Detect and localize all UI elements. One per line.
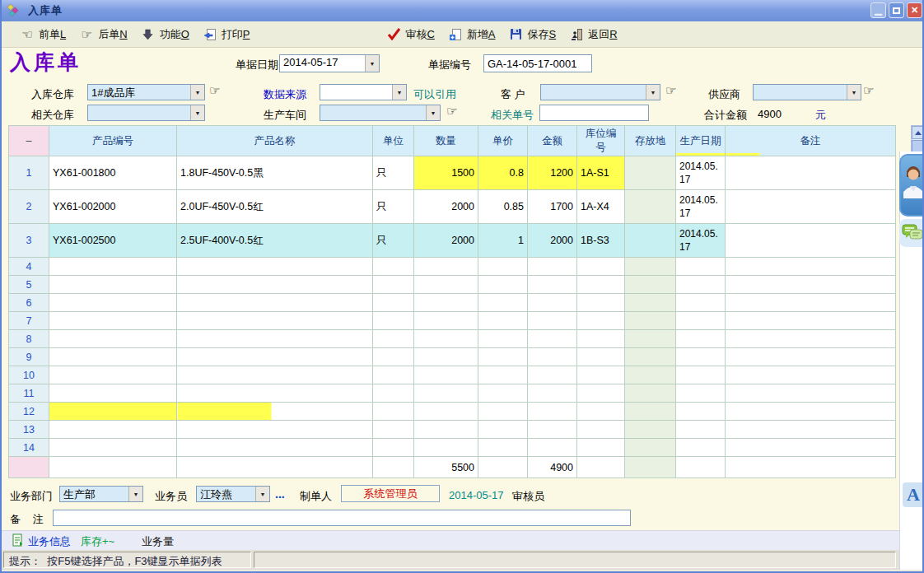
chevron-down-icon[interactable] bbox=[646, 85, 660, 100]
cell-location[interactable] bbox=[577, 421, 625, 439]
cell-amount[interactable]: 2000 bbox=[528, 224, 577, 258]
cell-qty[interactable] bbox=[414, 294, 478, 312]
cell-location[interactable] bbox=[577, 258, 625, 276]
cell-proddate[interactable] bbox=[676, 439, 726, 457]
cell-proddate[interactable]: 2014.05.17 bbox=[676, 224, 726, 258]
cell-storage[interactable] bbox=[625, 366, 676, 384]
cell-name[interactable] bbox=[177, 366, 373, 384]
cell-code[interactable] bbox=[49, 366, 177, 384]
cell-price[interactable] bbox=[478, 294, 528, 312]
cell-price[interactable] bbox=[478, 330, 528, 348]
cell-remark[interactable] bbox=[726, 190, 896, 224]
cell-qty[interactable] bbox=[414, 403, 478, 421]
tab-stock[interactable]: 库存+~ bbox=[81, 534, 114, 549]
cell-unit[interactable] bbox=[373, 403, 414, 421]
cell-remark[interactable] bbox=[726, 156, 896, 190]
cell-unit[interactable] bbox=[373, 276, 414, 294]
cell-price[interactable] bbox=[478, 421, 528, 439]
cell-code[interactable] bbox=[49, 276, 177, 294]
cell-remark[interactable] bbox=[726, 439, 896, 457]
toolbar-button-functions[interactable]: 功能O bbox=[141, 27, 189, 42]
cell-rownum[interactable]: 14 bbox=[9, 439, 49, 457]
cell-code[interactable]: YX61-002000 bbox=[49, 190, 177, 224]
cell-rownum[interactable]: 1 bbox=[9, 156, 49, 190]
cell-name[interactable]: 2.5UF-400V-0.5红 bbox=[177, 224, 373, 258]
cell-storage[interactable] bbox=[625, 294, 676, 312]
cell-proddate[interactable]: 2014.05.17 bbox=[676, 156, 726, 190]
cell-proddate[interactable] bbox=[676, 366, 726, 384]
cell-code[interactable] bbox=[49, 258, 177, 276]
toolbar-button-new[interactable]: 新增A bbox=[448, 27, 496, 42]
chat-button[interactable] bbox=[899, 219, 924, 247]
cell-code[interactable] bbox=[49, 294, 177, 312]
cell-proddate[interactable]: 2014.05.17 bbox=[676, 190, 726, 224]
cell-qty[interactable] bbox=[414, 330, 478, 348]
cell-rownum[interactable]: 3 bbox=[9, 224, 49, 258]
cell-unit[interactable]: 只 bbox=[373, 224, 414, 258]
cell-amount[interactable] bbox=[528, 384, 577, 403]
tab-business-info[interactable]: 业务信息 bbox=[28, 534, 71, 549]
cell-unit[interactable] bbox=[373, 439, 414, 457]
cell-location[interactable] bbox=[577, 276, 625, 294]
cell-remark[interactable] bbox=[726, 421, 896, 439]
cell-price[interactable] bbox=[478, 348, 528, 366]
chevron-down-icon[interactable] bbox=[847, 85, 861, 100]
input-method-button[interactable]: A bbox=[903, 482, 924, 507]
maximize-button[interactable] bbox=[889, 2, 904, 18]
cell-price[interactable]: 0.85 bbox=[478, 190, 528, 224]
cell-qty[interactable] bbox=[414, 384, 478, 403]
chevron-down-icon[interactable] bbox=[190, 105, 204, 120]
cell-price[interactable]: 1 bbox=[478, 224, 528, 258]
cell-amount[interactable]: 1200 bbox=[528, 156, 577, 190]
cell-location[interactable] bbox=[577, 294, 625, 312]
cell-unit[interactable] bbox=[373, 330, 414, 348]
cell-rownum[interactable]: 12 bbox=[9, 403, 49, 421]
doc-no-input[interactable] bbox=[483, 54, 592, 72]
cell-unit[interactable] bbox=[373, 312, 414, 330]
cell-location[interactable] bbox=[577, 403, 625, 421]
cell-name[interactable] bbox=[177, 330, 373, 348]
warehouse-in-select[interactable]: 1#成品库 bbox=[87, 84, 205, 100]
close-button[interactable]: ✕ bbox=[907, 2, 922, 18]
chevron-down-icon[interactable] bbox=[392, 85, 406, 100]
cell-amount[interactable] bbox=[528, 258, 577, 276]
cell-name[interactable] bbox=[177, 403, 373, 421]
doc-date-select[interactable]: 2014-05-17 bbox=[279, 54, 380, 72]
clerk-more-button[interactable]: ... bbox=[275, 487, 285, 501]
cell-storage[interactable] bbox=[625, 348, 676, 366]
cell-storage[interactable] bbox=[625, 421, 676, 439]
cell-location[interactable] bbox=[577, 330, 625, 348]
cell-proddate[interactable] bbox=[676, 276, 726, 294]
cell-price[interactable] bbox=[478, 258, 528, 276]
cell-name[interactable] bbox=[177, 348, 373, 366]
cell-location[interactable] bbox=[577, 366, 625, 384]
cell-code[interactable] bbox=[49, 421, 177, 439]
cell-remark[interactable] bbox=[726, 312, 896, 330]
cell-name[interactable] bbox=[177, 384, 373, 403]
cell-storage[interactable] bbox=[625, 156, 676, 190]
cell-rownum[interactable]: 7 bbox=[9, 312, 49, 330]
cell-amount[interactable] bbox=[528, 366, 577, 384]
cell-code[interactable] bbox=[49, 384, 177, 403]
cell-rownum[interactable]: 5 bbox=[9, 276, 49, 294]
cell-price[interactable] bbox=[478, 276, 528, 294]
cell-code[interactable] bbox=[49, 403, 177, 421]
workshop-picker-hand-icon[interactable] bbox=[446, 105, 457, 117]
cell-qty[interactable]: 2000 bbox=[414, 190, 478, 224]
toolbar-button-next[interactable]: ☞后单N bbox=[79, 27, 127, 42]
toolbar-button-save[interactable]: 保存S bbox=[508, 27, 556, 42]
cell-remark[interactable] bbox=[726, 366, 896, 384]
dept-select[interactable]: 生产部 bbox=[59, 486, 143, 502]
assistant-avatar[interactable] bbox=[899, 154, 924, 217]
cell-price[interactable] bbox=[478, 403, 528, 421]
chevron-down-icon[interactable] bbox=[128, 487, 142, 501]
cell-qty[interactable] bbox=[414, 421, 478, 439]
cell-price[interactable] bbox=[478, 439, 528, 457]
cell-name[interactable] bbox=[177, 421, 373, 439]
cell-name[interactable]: 1.8UF-450V-0.5黑 bbox=[177, 156, 373, 190]
cell-remark[interactable] bbox=[726, 294, 896, 312]
cell-proddate[interactable] bbox=[676, 403, 726, 421]
cell-location[interactable]: 1A-S1 bbox=[577, 156, 625, 190]
cell-qty[interactable] bbox=[414, 348, 478, 366]
cell-proddate[interactable] bbox=[676, 348, 726, 366]
